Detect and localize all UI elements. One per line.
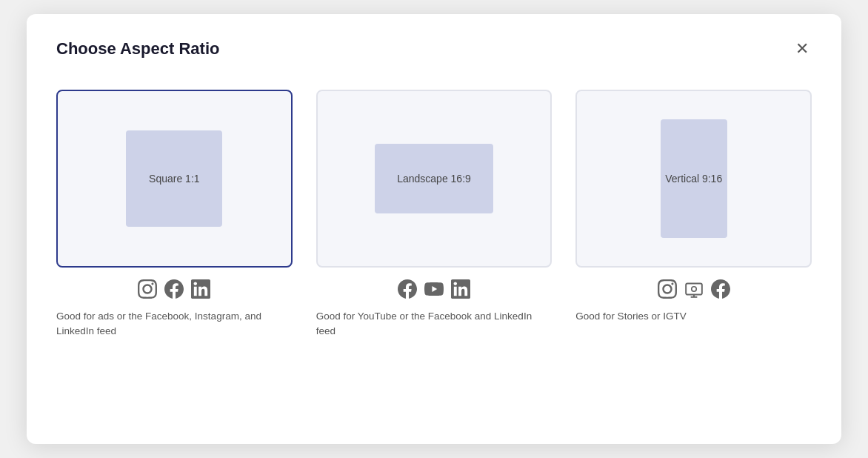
shape-square: Square 1:1: [126, 130, 222, 227]
instagram-icon: [138, 279, 157, 302]
card-box-square: Square 1:1: [56, 90, 293, 268]
svg-point-3: [691, 287, 696, 292]
card-square[interactable]: Square 1:1Good for ads or the Facebook, …: [56, 90, 293, 339]
linkedin-icon: [191, 279, 210, 302]
shape-landscape: Landscape 16:9: [375, 144, 493, 213]
modal-title: Choose Aspect Ratio: [56, 39, 219, 59]
facebook-icon: [164, 279, 184, 302]
youtube-icon: [424, 279, 444, 302]
description-square: Good for ads or the Facebook, Instagram,…: [56, 309, 293, 339]
icons-landscape: [398, 279, 470, 302]
tv-icon: [684, 279, 704, 302]
icons-square: [138, 279, 210, 302]
aspect-ratio-modal: Choose Aspect Ratio ✕ Square 1:1Good for…: [27, 14, 841, 444]
description-vertical: Good for Stories or IGTV: [575, 309, 812, 324]
modal-header: Choose Aspect Ratio ✕: [56, 38, 812, 60]
shape-vertical: Vertical 9:16: [661, 119, 727, 238]
close-button[interactable]: ✕: [792, 38, 812, 60]
shape-label-vertical: Vertical 9:16: [665, 173, 722, 185]
icons-vertical: [658, 279, 730, 302]
facebook-icon: [398, 279, 417, 302]
svg-rect-0: [686, 283, 702, 294]
shape-label-square: Square 1:1: [149, 173, 200, 185]
shape-label-landscape: Landscape 16:9: [397, 173, 471, 185]
card-vertical[interactable]: Vertical 9:16Good for Stories or IGTV: [575, 90, 812, 324]
description-landscape: Good for YouTube or the Facebook and Lin…: [316, 309, 552, 339]
instagram-icon: [658, 279, 677, 302]
cards-container: Square 1:1Good for ads or the Facebook, …: [56, 90, 812, 339]
card-box-landscape: Landscape 16:9: [316, 90, 552, 268]
facebook-icon: [711, 279, 730, 302]
linkedin-icon: [451, 279, 470, 302]
card-landscape[interactable]: Landscape 16:9Good for YouTube or the Fa…: [316, 90, 552, 339]
card-box-vertical: Vertical 9:16: [575, 90, 812, 268]
